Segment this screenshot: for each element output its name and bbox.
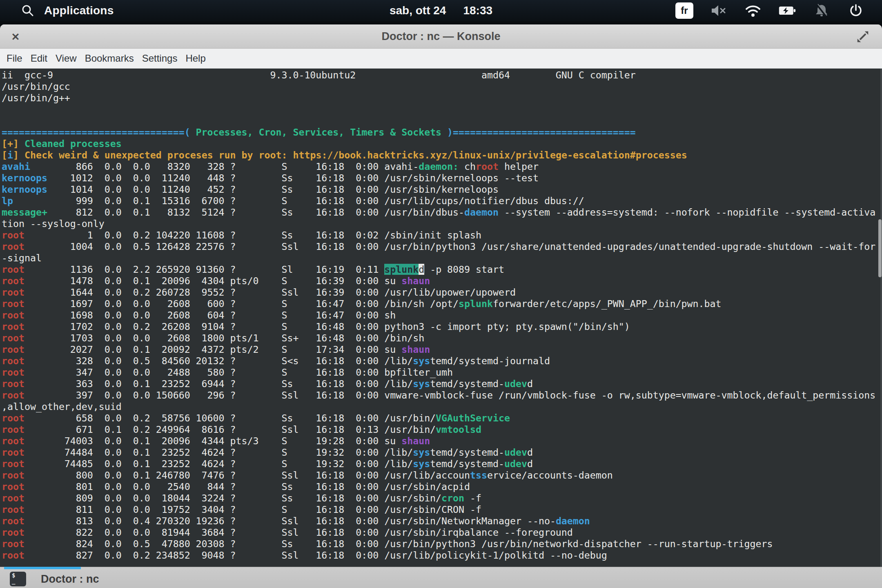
power-icon[interactable] xyxy=(847,2,865,20)
terminal-line: root 809 0.0 0.0 18044 3224 ? Ss 16:18 0… xyxy=(2,492,882,504)
terminal-line: tion --syslog-only xyxy=(2,218,882,229)
terminal-line: root 2027 0.0 0.1 20092 4372 pts/2 S 17:… xyxy=(2,344,882,355)
terminal-line: root 74485 0.0 0.1 23252 4624 ? S 19:32 … xyxy=(2,458,882,470)
terminal-line: root 1644 0.0 0.2 260728 9552 ? Ssl 16:3… xyxy=(2,287,882,298)
terminal-output: ii gcc-9 9.3.0-10ubuntu2 amd64 GNU C com… xyxy=(2,69,882,561)
terminal-line: ,allow_other,dev,suid xyxy=(2,401,882,412)
volume-muted-icon[interactable] xyxy=(710,2,728,20)
terminal-line: root 397 0.0 0.0 150660 296 ? Ssl 16:18 … xyxy=(2,390,882,401)
applications-button[interactable]: Applications xyxy=(0,2,114,20)
terminal-line: root 811 0.0 0.0 19752 3404 ? S 16:18 0:… xyxy=(2,504,882,515)
tabbar: $_ Doctor : nc xyxy=(0,567,882,588)
terminal-line: root 658 0.0 0.2 58756 10600 ? Ss 16:18 … xyxy=(2,412,882,424)
terminal-line: /usr/bin/g++ xyxy=(2,92,882,104)
terminal-line: root 1004 0.0 0.5 126428 22576 ? Ssl 16:… xyxy=(2,241,882,252)
terminal-icon: $_ xyxy=(10,572,26,586)
menu-item-edit[interactable]: Edit xyxy=(27,50,51,67)
terminal-line: lp 999 0.0 0.1 15316 6700 ? S 16:18 0:00… xyxy=(2,195,882,207)
terminal-line: root 347 0.0 0.0 2488 580 ? S 16:18 0:00… xyxy=(2,367,882,378)
konsole-window: ✕ Doctor : nc — Konsole FileEditViewBook… xyxy=(0,24,882,588)
terminal-line: root 1697 0.0 0.0 2608 600 ? S 16:47 0:0… xyxy=(2,298,882,310)
terminal-line: root 74003 0.0 0.1 20096 4344 pts/3 S 19… xyxy=(2,435,882,447)
menu-item-settings[interactable]: Settings xyxy=(138,50,182,67)
terminal-line: kernoops 1014 0.0 0.0 11240 452 ? Ss 16:… xyxy=(2,184,882,195)
terminal-line xyxy=(2,115,882,127)
terminal-line: root 1703 0.0 0.0 2608 1800 pts/1 Ss+ 16… xyxy=(2,332,882,344)
terminal-line: -signal xyxy=(2,252,882,264)
terminal-line: root 822 0.0 0.0 81944 3684 ? Ssl 16:18 … xyxy=(2,527,882,538)
terminal-line: root 1 0.0 0.2 104220 11608 ? Ss 16:18 0… xyxy=(2,229,882,241)
tab-label: Doctor : nc xyxy=(41,573,99,586)
applications-label: Applications xyxy=(44,4,114,17)
battery-charging-icon[interactable] xyxy=(778,2,796,20)
search-icon xyxy=(19,2,37,20)
clock-date: sab, ott 24 xyxy=(390,4,446,17)
terminal-line: root 824 0.0 0.5 47880 20308 ? Ss 16:18 … xyxy=(2,538,882,550)
menubar: FileEditViewBookmarksSettingsHelp xyxy=(0,49,882,69)
terminal-line: avahi 866 0.0 0.0 8320 328 ? S 16:18 0:0… xyxy=(2,161,882,172)
terminal-line: /usr/bin/gcc xyxy=(2,81,882,92)
terminal-line: root 1702 0.0 0.2 26208 9104 ? S 16:48 0… xyxy=(2,321,882,332)
terminal-line: root 1698 0.0 0.0 2608 604 ? S 16:47 0:0… xyxy=(2,310,882,321)
scrollbar-track[interactable] xyxy=(880,69,882,567)
terminal-line: [i] Check weird & unexpected proceses ru… xyxy=(2,149,882,161)
system-tray: fr xyxy=(675,0,882,21)
terminal-line: ================================( Proces… xyxy=(2,127,882,138)
desktop-panel: Applications sab, ott 24 18:33 fr xyxy=(0,0,882,21)
titlebar[interactable]: ✕ Doctor : nc — Konsole xyxy=(0,24,882,49)
menu-item-help[interactable]: Help xyxy=(181,50,209,67)
terminal-line: root 328 0.0 0.5 84560 20132 ? S<s 16:18… xyxy=(2,355,882,367)
terminal[interactable]: ii gcc-9 9.3.0-10ubuntu2 amd64 GNU C com… xyxy=(0,69,882,567)
terminal-line: root 74484 0.0 0.1 23252 4624 ? S 19:32 … xyxy=(2,447,882,458)
terminal-line: root 671 0.1 0.2 249964 8616 ? Ssl 16:18… xyxy=(2,424,882,435)
terminal-line: [+] Cleaned processes xyxy=(2,138,882,149)
window-title: Doctor : nc — Konsole xyxy=(0,24,882,48)
wifi-icon[interactable] xyxy=(744,2,762,20)
terminal-line: root 827 0.0 0.2 234852 9048 ? Ssl 16:18… xyxy=(2,550,882,561)
maximize-button[interactable] xyxy=(856,30,870,44)
clock[interactable]: sab, ott 24 18:33 xyxy=(390,0,492,21)
menu-item-view[interactable]: View xyxy=(51,50,81,67)
clock-time: 18:33 xyxy=(463,4,492,17)
keyboard-layout-badge[interactable]: fr xyxy=(675,2,693,19)
active-tab-indicator xyxy=(4,567,81,569)
menu-item-bookmarks[interactable]: Bookmarks xyxy=(81,50,138,67)
terminal-line: ii gcc-9 9.3.0-10ubuntu2 amd64 GNU C com… xyxy=(2,69,882,81)
terminal-line: root 801 0.0 0.0 2540 844 ? Ss 16:18 0:0… xyxy=(2,481,882,492)
terminal-line: message+ 812 0.0 0.1 8132 5124 ? Ss 16:1… xyxy=(2,207,882,218)
terminal-line: root 363 0.0 0.1 23252 6944 ? Ss 16:18 0… xyxy=(2,378,882,390)
notifications-off-icon[interactable] xyxy=(813,2,831,20)
terminal-line: root 800 0.0 0.1 246780 7476 ? Ssl 16:18… xyxy=(2,470,882,481)
terminal-line: root 1136 0.0 2.2 265920 91360 ? Sl 16:1… xyxy=(2,264,882,275)
terminal-line: root 813 0.0 0.4 270320 19236 ? Ssl 16:1… xyxy=(2,515,882,527)
tab-doctor-nc[interactable]: $_ Doctor : nc xyxy=(0,570,99,588)
terminal-line xyxy=(2,104,882,115)
scrollbar-thumb[interactable] xyxy=(878,219,882,277)
terminal-line: root 1478 0.0 0.1 20096 4304 pts/0 S 16:… xyxy=(2,275,882,287)
terminal-line: kernoops 1012 0.0 0.0 11240 448 ? Ss 16:… xyxy=(2,172,882,184)
menu-item-file[interactable]: File xyxy=(2,50,27,67)
